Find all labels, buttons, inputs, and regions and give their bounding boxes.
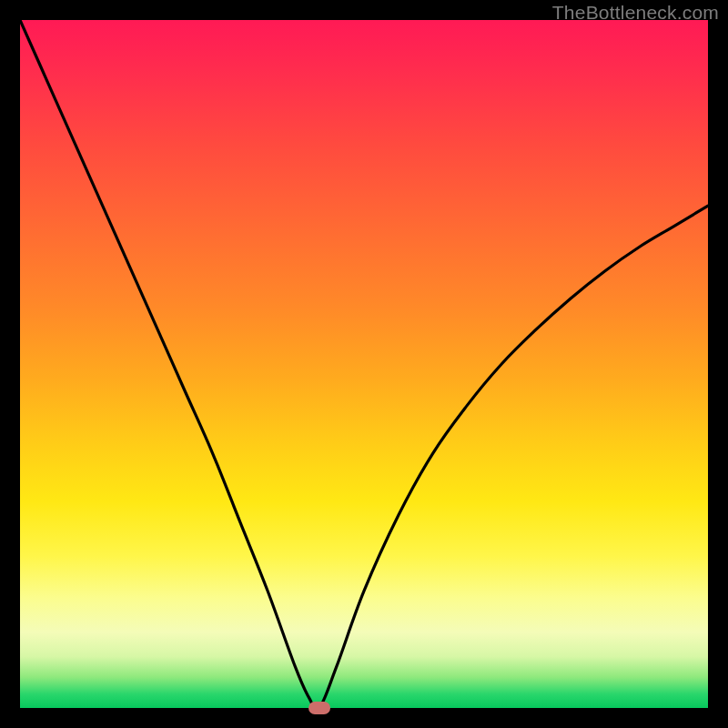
plot-area bbox=[20, 20, 708, 708]
chart-frame: TheBottleneck.com bbox=[0, 0, 728, 728]
watermark-text: TheBottleneck.com bbox=[552, 2, 719, 24]
bottleneck-curve bbox=[20, 20, 708, 708]
curve-path bbox=[20, 20, 708, 708]
optimum-marker bbox=[308, 702, 330, 714]
